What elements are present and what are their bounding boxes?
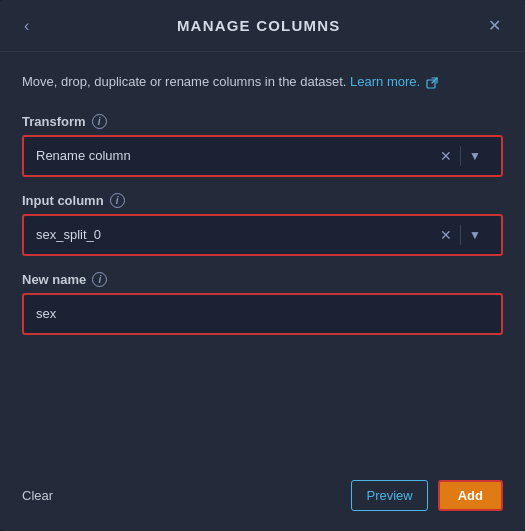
input-column-label: Input column i bbox=[22, 193, 503, 208]
new-name-group: New name i bbox=[22, 272, 503, 335]
input-column-value: sex_split_0 bbox=[36, 227, 432, 242]
input-column-clear-button[interactable]: ✕ bbox=[432, 227, 460, 243]
transform-group: Transform i Rename column ✕ ▼ bbox=[22, 114, 503, 177]
input-column-select-wrapper: sex_split_0 ✕ ▼ bbox=[22, 214, 503, 256]
clear-button[interactable]: Clear bbox=[22, 488, 53, 503]
input-column-controls: ✕ ▼ bbox=[432, 225, 489, 245]
modal-title: MANAGE COLUMNS bbox=[35, 17, 482, 34]
input-column-info-icon: i bbox=[110, 193, 125, 208]
new-name-info-icon: i bbox=[92, 272, 107, 287]
transform-dropdown-button[interactable]: ▼ bbox=[461, 149, 489, 163]
preview-button[interactable]: Preview bbox=[351, 480, 427, 511]
transform-label: Transform i bbox=[22, 114, 503, 129]
manage-columns-modal: ‹ MANAGE COLUMNS ✕ Move, drop, duplicate… bbox=[0, 0, 525, 531]
add-button[interactable]: Add bbox=[438, 480, 503, 511]
new-name-label: New name i bbox=[22, 272, 503, 287]
input-column-select[interactable]: sex_split_0 ✕ ▼ bbox=[24, 216, 501, 254]
input-column-dropdown-button[interactable]: ▼ bbox=[461, 228, 489, 242]
new-name-input[interactable] bbox=[24, 295, 501, 333]
back-button[interactable]: ‹ bbox=[18, 15, 35, 37]
new-name-input-wrapper bbox=[22, 293, 503, 335]
external-link-icon bbox=[426, 77, 438, 89]
footer-actions: Preview Add bbox=[351, 480, 503, 511]
modal-header: ‹ MANAGE COLUMNS ✕ bbox=[0, 0, 525, 52]
description-text: Move, drop, duplicate or rename columns … bbox=[22, 72, 503, 92]
modal-footer: Clear Preview Add bbox=[0, 466, 525, 531]
input-column-group: Input column i sex_split_0 ✕ ▼ bbox=[22, 193, 503, 256]
transform-select[interactable]: Rename column ✕ ▼ bbox=[24, 137, 501, 175]
close-button[interactable]: ✕ bbox=[482, 14, 507, 37]
transform-select-wrapper: Rename column ✕ ▼ bbox=[22, 135, 503, 177]
transform-clear-button[interactable]: ✕ bbox=[432, 148, 460, 164]
transform-info-icon: i bbox=[92, 114, 107, 129]
learn-more-link[interactable]: Learn more. bbox=[350, 74, 420, 89]
modal-body: Move, drop, duplicate or rename columns … bbox=[0, 52, 525, 466]
transform-value: Rename column bbox=[36, 148, 432, 163]
transform-controls: ✕ ▼ bbox=[432, 146, 489, 166]
